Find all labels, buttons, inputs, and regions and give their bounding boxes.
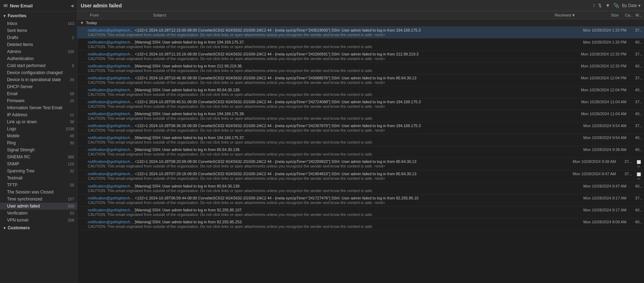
- sidebar-item-testmail[interactable]: Testmail: [0, 175, 77, 182]
- table-row[interactable]: notification@gothightech...[Warning] SSH…: [77, 62, 644, 74]
- paperclip-icon[interactable]: 📎: [613, 2, 620, 9]
- row-action-icon[interactable]: ✉: [637, 165, 640, 169]
- table-row[interactable]: notification@gothightech...[Warning] SSH…: [77, 86, 644, 98]
- row-sender: notification@gothightech...: [88, 147, 133, 152]
- table-row[interactable]: notification@gothightech...<132>1 2024-1…: [77, 195, 644, 206]
- row-flag-area: [77, 220, 88, 221]
- sidebar-item-authentication[interactable]: Authentication: [0, 55, 77, 62]
- row-line1: notification@gothightech...<132>1 2024-1…: [88, 172, 633, 176]
- table-row[interactable]: notification@gothightech...<132>1 2024-1…: [77, 27, 644, 39]
- sidebar-item-device-is-in-operational-state[interactable]: Device is in operational state29: [0, 76, 77, 83]
- row-sender: notification@gothightech...: [88, 76, 133, 80]
- row-preview: CAUTION: This email originated from outs…: [88, 140, 644, 144]
- filter-icon[interactable]: ▼: [605, 2, 611, 9]
- row-sender: notification@gothightech...: [88, 220, 133, 224]
- customers-section[interactable]: ▼ Customers: [0, 224, 77, 232]
- sort-dropdown-icon[interactable]: ▾: [638, 3, 640, 8]
- folder-badge: 336: [66, 204, 74, 208]
- sidebar-item-snmp[interactable]: SNMP129: [0, 160, 77, 167]
- date-group-label: Today: [86, 21, 97, 25]
- sidebar-item-spanning-tree[interactable]: Spanning Tree32: [0, 167, 77, 175]
- sidebar-item-logs[interactable]: Logs1538: [0, 125, 77, 132]
- table-row[interactable]: notification@gothightech...[Warning] SSH…: [77, 134, 644, 146]
- sidebar-item-admins[interactable]: Admins105: [0, 48, 77, 55]
- row-size: 37...: [630, 124, 644, 128]
- table-row[interactable]: notification@gothightech...[Warning] SSH…: [77, 218, 644, 230]
- row-subject: [Warning] SSH: User admin failed to log …: [135, 184, 571, 188]
- sidebar-item-time-synchronized[interactable]: Time synchronized157: [0, 196, 77, 203]
- table-row[interactable]: notification@gothightech...<132>1 2024-1…: [77, 51, 644, 62]
- sidebar-item-tftp[interactable]: TFTP59: [0, 182, 77, 189]
- row-flag-area: [77, 28, 88, 29]
- table-row[interactable]: notification@gothightech...[Warning] SSH…: [77, 146, 644, 158]
- col-header-ca[interactable]: Ca...: [623, 12, 633, 18]
- row-subject: <132>1 2024-10-28T10:46:30-08:00 Corvett…: [135, 76, 571, 80]
- row-line1: notification@gothightech...<132>1 2024-1…: [88, 52, 644, 56]
- sort-control[interactable]: By Date ▾: [622, 3, 640, 8]
- row-body: notification@gothightech...[Warning] SSH…: [88, 112, 644, 120]
- folder-label: Mobile: [7, 133, 66, 138]
- sidebar-item-the-session-was-closed[interactable]: The Session was Closed: [0, 189, 77, 196]
- folder-label: IP Address: [7, 112, 66, 117]
- folder-label: DHCP-Server: [7, 84, 74, 89]
- sidebar-item-ring[interactable]: Ring30: [0, 139, 77, 146]
- table-row[interactable]: notification@gothightech...<132>1 2024-1…: [77, 170, 644, 183]
- col-header-size[interactable]: Size: [609, 12, 623, 18]
- table-row[interactable]: notification@gothightech...<132>1 2024-1…: [77, 158, 644, 170]
- topbar: User admin failed ! ⇅ ▼ 📎 By Date ▾: [77, 0, 644, 11]
- sidebar-item-dhcp-server[interactable]: DHCP-Server: [0, 83, 77, 90]
- row-sender: notification@gothightech...: [88, 64, 133, 68]
- sidebar-item-mobile[interactable]: Mobile49: [0, 132, 77, 139]
- row-copy-icon[interactable]: ⬜: [637, 172, 641, 176]
- sidebar-header[interactable]: ✉ New Email ◀: [0, 0, 77, 12]
- row-preview: CAUTION: This email originated from outs…: [88, 68, 644, 73]
- sidebar-item-link-up-or-down[interactable]: Link up or down38: [0, 118, 77, 125]
- table-row[interactable]: notification@gothightech...[Warning] SSH…: [77, 39, 644, 51]
- customers-chevron-icon: ▼: [3, 226, 6, 230]
- row-action-icon[interactable]: ✉: [637, 177, 640, 181]
- col-header-received[interactable]: Received ▼: [553, 12, 609, 18]
- col-header-subject[interactable]: Subject: [151, 12, 553, 18]
- table-row[interactable]: notification@gothightech...<132>1 2024-1…: [77, 74, 644, 86]
- sidebar-item-user-admin-failed[interactable]: User admin failed336: [0, 203, 77, 210]
- col-header-from[interactable]: From: [88, 12, 151, 18]
- sidebar-item-sinema-rc[interactable]: SINEMA RC386: [0, 153, 77, 160]
- table-row[interactable]: notification@gothightech...[Warning] SSH…: [77, 110, 644, 122]
- table-row[interactable]: notification@gothightech...[Warning] SSH…: [77, 183, 644, 195]
- sidebar-item-vpn-tunnel[interactable]: VPN tunnel208: [0, 217, 77, 224]
- sidebar-item-email[interactable]: Email59: [0, 90, 77, 97]
- table-row[interactable]: notification@gothightech...<132>1 2024-1…: [77, 98, 644, 110]
- sidebar-item-verification[interactable]: Verification53: [0, 210, 77, 217]
- sidebar-item-firmware[interactable]: Firmware10: [0, 97, 77, 104]
- row-size: 40...: [630, 184, 644, 188]
- row-line1: notification@gothightech...<132>1 2024-1…: [88, 124, 644, 128]
- sidebar-item-sent[interactable]: Sent Items: [0, 27, 77, 34]
- row-date: Mon 10/28/2024 11:04 AM: [572, 112, 629, 116]
- sort-icon[interactable]: ⇅: [597, 2, 603, 9]
- exclamation-icon[interactable]: !: [593, 2, 596, 9]
- folder-label: Device is in operational state: [7, 77, 66, 82]
- sidebar-item-information-server-test-email[interactable]: Information Server Test Email: [0, 104, 77, 111]
- folder-badge: 59: [66, 92, 74, 96]
- collapse-arrow-icon[interactable]: ◀: [71, 4, 73, 8]
- row-copy-icon[interactable]: ⬜: [637, 160, 641, 164]
- favorites-section[interactable]: ▼ Favorites: [0, 12, 77, 20]
- sidebar-item-signal-strengh[interactable]: Signal Strengh: [0, 146, 77, 153]
- col-header-m[interactable]: M...: [633, 12, 644, 18]
- sidebar-item-cold-start-performed[interactable]: Cold start performed6: [0, 62, 77, 69]
- sidebar-item-inbox[interactable]: Inbox 163: [0, 20, 77, 27]
- inbox-label: Inbox: [7, 21, 66, 26]
- sidebar-item-drafts[interactable]: Drafts 2: [0, 34, 77, 41]
- page-title: User admin failed: [81, 3, 591, 8]
- row-preview: CAUTION: This email originated from outs…: [88, 33, 644, 37]
- sidebar-item-deleted[interactable]: Deleted Items: [0, 41, 77, 48]
- sidebar-item-ip-address[interactable]: IP Address11: [0, 111, 77, 118]
- row-body: notification@gothightech...[Warning] SSH…: [88, 184, 644, 193]
- sidebar-item-device-configuration-changed[interactable]: Device configuration changed: [0, 69, 77, 76]
- folder-badge: 386: [66, 155, 74, 159]
- table-row[interactable]: notification@gothightech...[Warning] SSH…: [77, 206, 644, 218]
- row-subject: <132>1 2024-10-28T07:29:18-08:00 Corvett…: [135, 172, 560, 176]
- row-flag-area: [77, 88, 88, 89]
- row-preview: CAUTION: This email originated from outs…: [88, 200, 644, 205]
- table-row[interactable]: notification@gothightech...<132>1 2024-1…: [77, 122, 644, 134]
